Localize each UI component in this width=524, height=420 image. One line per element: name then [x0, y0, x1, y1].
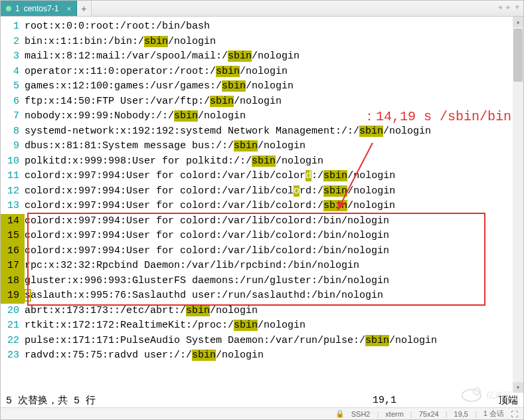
line-number: 18	[1, 274, 25, 289]
line-text: colord:x:997:994:User for colord:/var/li…	[25, 169, 523, 184]
line-number: 12	[1, 184, 25, 199]
code-line[interactable]: 22pulse:x:171:171:PulseAudio System Daem…	[1, 334, 523, 349]
code-line[interactable]: 15colord:x:997:994:User for colord:/var/…	[1, 229, 523, 244]
line-text: root:x:0:0:root:/root:/bin/bash	[25, 19, 523, 35]
vim-status-line: 5 次替换，共 5 行 19,1 顶端	[1, 393, 523, 407]
line-text: games:x:12:100:games:/usr/games:/sbin/no…	[25, 79, 523, 94]
line-number: 15	[1, 229, 25, 244]
code-line[interactable]: 20abrt:x:173:173::/etc/abrt:/sbin/nologi…	[1, 304, 523, 319]
line-number: 7	[1, 109, 25, 124]
scroll-up-icon[interactable]: ▴	[513, 17, 523, 27]
code-line[interactable]: 6ftp:x:14:50:FTP User:/var/ftp:/sbin/nol…	[1, 94, 523, 110]
session-count: 1 会话	[483, 409, 504, 419]
code-line[interactable]: 8systemd-network:x:192:192:systemd Netwo…	[1, 124, 523, 140]
terminal-status-bar: 🔒 SSH2 | xterm | 75x24 | 19,5 | 1 会话 ⛶	[1, 407, 523, 419]
scroll-position: 顶端	[498, 394, 518, 407]
connection-type: SSH2	[351, 410, 371, 418]
code-line[interactable]: 18gluster:x:996:993:GlusterFS daemons:/r…	[1, 274, 523, 289]
line-number: 14	[1, 214, 25, 229]
line-number: 10	[1, 154, 25, 169]
divider: |	[377, 410, 379, 418]
code-line[interactable]: 12colord:x:997:994:User for colord:/var/…	[1, 184, 523, 199]
line-number: 5	[1, 79, 25, 94]
code-line[interactable]: 3mail:x:8:12:mail:/var/spool/mail:/sbin/…	[1, 49, 523, 64]
line-text: ftp:x:14:50:FTP User:/var/ftp:/sbin/nolo…	[25, 94, 523, 110]
line-text: polkitd:x:999:998:User for polkitd:/:/sb…	[25, 154, 523, 169]
tab-nav-arrows[interactable]: ◂ ▸ ▾	[498, 3, 521, 11]
code-line[interactable]: 5games:x:12:100:games:/usr/games:/sbin/n…	[1, 79, 523, 94]
line-number: 3	[1, 49, 25, 64]
line-text: colord:x:997:994:User for colord:/var/li…	[25, 214, 523, 229]
add-tab-button[interactable]: +	[77, 1, 92, 16]
line-text: rtkit:x:172:172:RealtimeKit:/proc:/sbin/…	[25, 318, 523, 334]
line-number: 23	[1, 348, 25, 364]
terminal-type: xterm	[385, 410, 404, 418]
line-text: bin:x:1:1:bin:/bin:/sbin/nologin	[25, 35, 523, 50]
line-text: dbus:x:81:81:System message bus:/:/sbin/…	[25, 139, 523, 154]
lines-container: 1root:x:0:0:root:/root:/bin/bash2bin:x:1…	[1, 17, 523, 364]
line-text: colord:x:997:994:User for colord:/var/li…	[25, 184, 523, 199]
scroll-down-icon[interactable]: ▾	[513, 382, 523, 393]
line-text: colord:x:997:994:User for colord:/var/li…	[25, 244, 523, 259]
code-line[interactable]: 19saslauth:x:995:76:Saslauthd user:/run/…	[1, 288, 523, 304]
code-line[interactable]: 11colord:x:997:994:User for colord:/var/…	[1, 169, 523, 184]
line-number: 22	[1, 334, 25, 349]
close-icon[interactable]: ×	[66, 5, 70, 13]
tab-index: 1	[15, 4, 20, 13]
code-line[interactable]: 17rpc:x:32:32:Rpcbind Daemon:/var/lib/rp…	[1, 259, 523, 274]
code-line[interactable]: 4operator:x:11:0:operator:/root:/sbin/no…	[1, 64, 523, 80]
code-line[interactable]: 14colord:x:997:994:User for colord:/var/…	[1, 214, 523, 229]
line-text: gluster:x:996:993:GlusterFS daemons:/run…	[25, 274, 523, 289]
code-line[interactable]: 1root:x:0:0:root:/root:/bin/bash	[1, 19, 523, 35]
line-number: 13	[1, 199, 25, 214]
line-text: abrt:x:173:173::/etc/abrt:/sbin/nologin	[25, 304, 523, 319]
line-text: systemd-network:x:192:192:systemd Networ…	[25, 124, 523, 140]
tab-status-dot	[6, 6, 11, 11]
line-text: pulse:x:171:171:PulseAudio System Daemon…	[25, 334, 523, 349]
line-text: mail:x:8:12:mail:/var/spool/mail:/sbin/n…	[25, 49, 523, 64]
line-number: 1	[1, 19, 25, 35]
line-text: rpc:x:32:32:Rpcbind Daemon:/var/lib/rpcb…	[25, 259, 523, 274]
editor-viewport[interactable]: 1root:x:0:0:root:/root:/bin/bash2bin:x:1…	[1, 17, 523, 393]
code-line[interactable]: 23radvd:x:75:75:radvd user:/:/sbin/nolog…	[1, 348, 523, 364]
line-number: 16	[1, 244, 25, 259]
cursor-position: 19,1	[373, 395, 396, 406]
divider: |	[410, 410, 412, 418]
vertical-scrollbar[interactable]: ▴ ▾	[513, 17, 523, 393]
line-number: 11	[1, 169, 25, 184]
line-text: operator:x:11:0:operator:/root:/sbin/nol…	[25, 64, 523, 80]
code-line[interactable]: 21rtkit:x:172:172:RealtimeKit:/proc:/sbi…	[1, 318, 523, 334]
line-text: nobody:x:99:99:Nobody:/:/sbin/nologin	[25, 109, 523, 124]
code-line[interactable]: 2bin:x:1:1:bin:/bin:/sbin/nologin	[1, 35, 523, 50]
cursor-rowcol: 19,5	[454, 410, 468, 418]
tab-bar: 1 centos7-1 × + ◂ ▸ ▾	[1, 1, 523, 17]
line-text: colord:x:997:994:User for colord:/var/li…	[25, 199, 523, 214]
line-number: 20	[1, 304, 25, 319]
code-line[interactable]: 13colord:x:997:994:User for colord:/var/…	[1, 199, 523, 214]
line-text: radvd:x:75:75:radvd user:/:/sbin/nologin	[25, 348, 523, 364]
code-line[interactable]: 9dbus:x:81:81:System message bus:/:/sbin…	[1, 139, 523, 154]
line-number: 2	[1, 35, 25, 50]
maximize-icon[interactable]: ⛶	[511, 410, 518, 418]
tab-active[interactable]: 1 centos7-1 ×	[1, 1, 77, 16]
line-number: 19	[1, 288, 25, 304]
code-line[interactable]: 7nobody:x:99:99:Nobody:/:/sbin/nologin	[1, 109, 523, 124]
line-number: 9	[1, 139, 25, 154]
divider: |	[475, 410, 477, 418]
line-number: 21	[1, 318, 25, 334]
line-text: saslauth:x:995:76:Saslauthd user:/run/sa…	[25, 288, 523, 304]
line-number: 17	[1, 259, 25, 274]
lock-icon: 🔒	[335, 409, 345, 418]
scroll-thumb[interactable]	[513, 29, 523, 82]
divider: |	[446, 410, 448, 418]
terminal-size: 75x24	[419, 410, 439, 418]
code-line[interactable]: 10polkitd:x:999:998:User for polkitd:/:/…	[1, 154, 523, 169]
code-line[interactable]: 16colord:x:997:994:User for colord:/var/…	[1, 244, 523, 259]
line-number: 4	[1, 64, 25, 80]
line-number: 6	[1, 94, 25, 110]
line-text: colord:x:997:994:User for colord:/var/li…	[25, 229, 523, 244]
tab-title: centos7-1	[24, 4, 59, 13]
line-number: 8	[1, 124, 25, 140]
status-message: 5 次替换，共 5 行	[6, 394, 498, 407]
